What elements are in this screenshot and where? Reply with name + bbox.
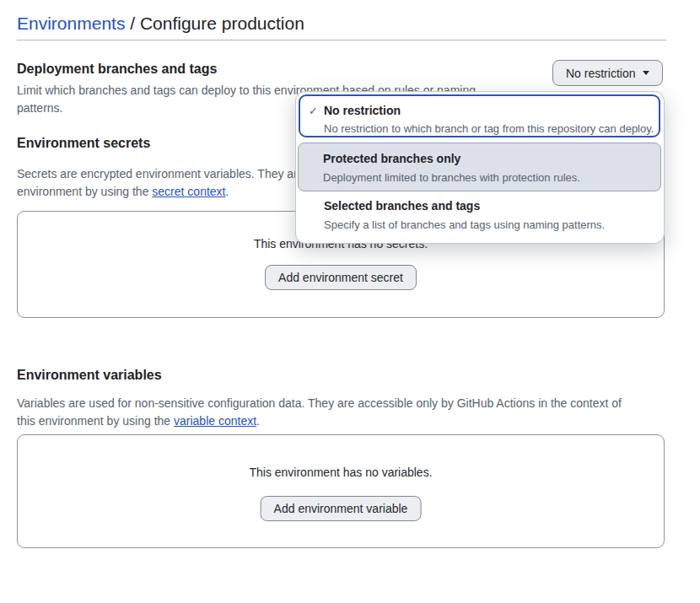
- environments-breadcrumb-link[interactable]: Environments: [17, 13, 125, 33]
- variables-empty-box: This environment has no variables. Add e…: [17, 434, 665, 548]
- environment-config-page: Environments / Configure production Depl…: [0, 0, 700, 603]
- restriction-selector-button[interactable]: No restriction: [552, 60, 663, 86]
- add-environment-secret-label: Add environment secret: [278, 271, 403, 284]
- variables-description-line1: Variables are used for non-sensitive con…: [17, 395, 622, 412]
- menu-item-description: Specify a list of branches and tags usin…: [324, 218, 605, 231]
- menu-item-description: Deployment limited to branches with prot…: [323, 171, 580, 184]
- check-icon: ✓: [309, 105, 318, 117]
- variables-empty-message: This environment has no variables.: [18, 466, 664, 479]
- environment-secrets-heading: Environment secrets: [17, 136, 150, 151]
- add-environment-secret-button[interactable]: Add environment secret: [265, 265, 417, 290]
- menu-item-no-restriction[interactable]: ✓ No restriction No restriction to which…: [299, 94, 660, 137]
- deployment-restriction-menu: ✓ No restriction No restriction to which…: [295, 91, 665, 244]
- secrets-description-suffix: .: [225, 185, 229, 198]
- menu-item-selected-branches[interactable]: Selected branches and tags Specify a lis…: [299, 193, 660, 242]
- variables-description-suffix: .: [256, 414, 260, 428]
- environment-variables-heading: Environment variables: [17, 368, 162, 383]
- secret-context-link[interactable]: secret context: [152, 185, 225, 198]
- breadcrumb-current: Configure production: [140, 13, 304, 33]
- add-environment-variable-button[interactable]: Add environment variable: [261, 496, 422, 521]
- menu-item-protected-branches[interactable]: Protected branches only Deployment limit…: [298, 143, 661, 191]
- caret-down-icon: [643, 71, 649, 75]
- menu-item-title: Selected branches and tags: [324, 199, 480, 213]
- variable-context-link[interactable]: variable context: [174, 414, 256, 428]
- deployment-description-line2: patterns.: [17, 100, 62, 116]
- add-environment-variable-label: Add environment variable: [274, 502, 408, 515]
- secrets-description-prefix: environment by using the: [17, 185, 152, 198]
- menu-item-description: No restriction to which branch or tag fr…: [324, 122, 654, 135]
- menu-item-title: Protected branches only: [323, 152, 460, 165]
- title-divider: [17, 40, 666, 40]
- breadcrumb-separator: /: [125, 13, 140, 33]
- menu-item-title: No restriction: [324, 104, 401, 117]
- page-title: Environments / Configure production: [17, 13, 304, 35]
- variables-description-prefix: this environment by using the: [17, 414, 174, 428]
- variables-description-line2: this environment by using the variable c…: [17, 412, 260, 429]
- deployment-branches-heading: Deployment branches and tags: [17, 62, 217, 77]
- restriction-selector-label: No restriction: [566, 67, 635, 80]
- secrets-description-line2: environment by using the secret context.: [17, 183, 229, 200]
